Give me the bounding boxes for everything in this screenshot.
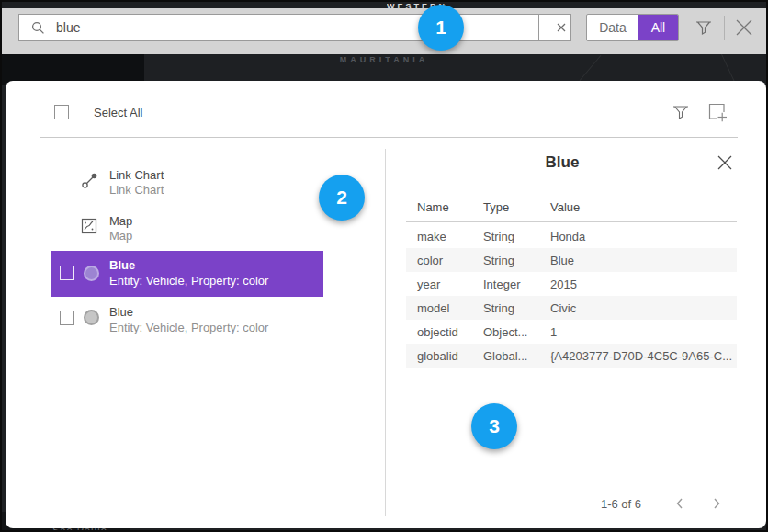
table-row: globalid Global... {A4203777-D70D-4C5C-9… [406,344,737,368]
cell-name: color [417,254,443,267]
column-header-name: Name [417,200,449,214]
cell-type: String [483,254,514,267]
cell-name: globalid [417,349,458,363]
cell-value: Blue [550,254,574,267]
result-item-map[interactable]: Map Map [51,214,323,245]
column-header-value: Value [550,200,580,214]
cell-name: year [417,277,440,291]
result-item-link-chart[interactable]: Link Chart Link Chart [51,168,323,199]
result-title: Blue [109,305,133,319]
callout-badge-3: 3 [471,403,517,449]
cell-type: String [483,230,514,243]
screen: WESTERN MAURITANIA São Paulo Data All [0,0,768,532]
data-all-toggle: Data All [586,14,679,41]
cell-value: Civic [550,301,576,315]
entity-dot-icon [84,310,99,325]
column-header-type: Type [483,200,509,214]
cell-type: Object... [483,325,527,339]
close-search-icon[interactable] [733,17,755,39]
cell-value: {A4203777-D70D-4C5C-9A65-C... [550,349,732,363]
result-subtitle: Entity: Vehicle, Property: color [109,274,268,288]
result-item-blue-selected[interactable]: Blue Entity: Vehicle, Property: color [51,251,323,297]
cell-value: 2015 [550,277,577,291]
toggle-data-option[interactable]: Data [587,15,638,40]
cell-type: Global... [483,349,527,363]
search-input[interactable] [45,20,538,35]
table-row: model String Civic [406,296,737,320]
chevron-left-icon[interactable] [673,497,686,510]
toolbar-divider [724,16,725,40]
chevron-right-icon[interactable] [710,497,723,510]
result-title: Blue [109,258,135,272]
list-detail-divider [385,149,386,516]
result-subtitle: Link Chart [109,183,164,197]
select-all-control[interactable]: Select All [54,105,142,119]
search-toolbar: Data All [2,8,766,54]
clear-icon [556,22,567,33]
map-icon [81,218,97,234]
search-results-panel: Select All Link Chart Link Chart [6,81,766,528]
cell-value: Honda [550,230,585,243]
select-all-label: Select All [94,106,142,119]
detail-title: Blue [386,153,739,172]
search-icon [31,21,45,35]
callout-badge-2: 2 [319,175,365,221]
table-row: color String Blue [406,248,737,272]
result-checkbox[interactable] [60,266,74,280]
link-chart-icon [81,172,98,189]
cell-name: make [417,230,446,243]
pagination-label: 1-6 of 6 [516,497,641,511]
results-filter-icon[interactable] [672,103,690,121]
cell-value: 1 [550,325,557,339]
panel-top-divider [40,137,738,138]
cell-type: Integer [483,277,520,291]
result-subtitle: Map [109,229,132,243]
add-to-selection-icon[interactable] [706,101,728,123]
cell-name: objectid [417,325,458,339]
table-row: objectid Object... 1 [406,320,737,344]
result-subtitle: Entity: Vehicle, Property: color [109,321,268,334]
toggle-all-option[interactable]: All [638,15,678,40]
result-title: Link Chart [109,168,164,182]
cell-type: String [483,301,514,315]
table-row: year Integer 2015 [406,272,737,296]
result-item-blue[interactable]: Blue Entity: Vehicle, Property: color [51,305,323,342]
entity-dot-icon [84,266,99,281]
callout-badge-1: 1 [418,5,464,51]
detail-close-icon[interactable] [716,153,734,172]
search-box [18,14,571,41]
result-title: Map [109,214,132,228]
table-row: make String Honda [406,224,737,248]
result-checkbox[interactable] [60,311,74,325]
cell-name: model [417,301,449,315]
map-label-mauritania: MAURITANIA [2,55,766,64]
select-all-checkbox[interactable] [54,105,69,119]
table-header-divider [406,221,737,222]
clear-search-button[interactable] [538,15,570,40]
filter-icon[interactable] [694,17,714,38]
